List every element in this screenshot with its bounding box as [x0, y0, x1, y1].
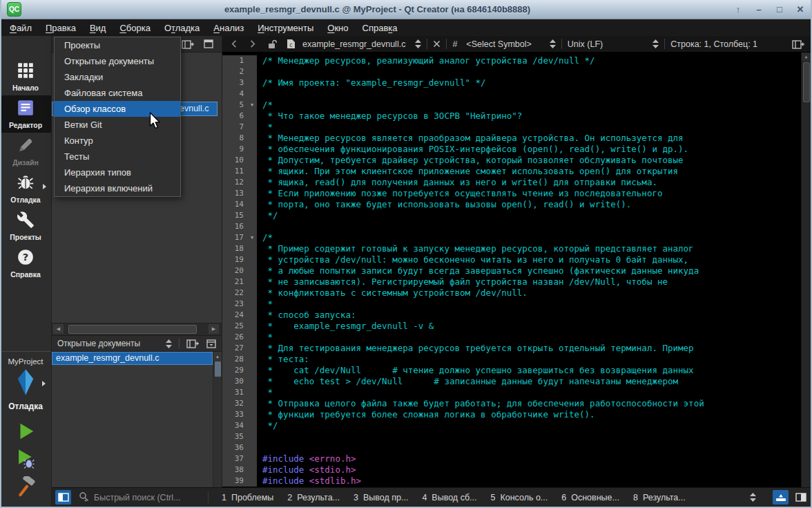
output-pane-problems[interactable]: 1Проблемы	[215, 491, 280, 505]
menu-build[interactable]: Сборка	[113, 21, 157, 35]
menu-view[interactable]: Вид	[83, 21, 113, 35]
menu-item-class-view[interactable]: Обзор классов	[55, 101, 180, 117]
code-text: */	[257, 210, 278, 221]
scroll-left-icon[interactable]: ◀	[53, 324, 64, 334]
menu-debug[interactable]: Отладка	[157, 21, 206, 35]
debug-run-button[interactable]	[14, 448, 37, 470]
menu-item-open-documents[interactable]: Открытые документы	[55, 53, 180, 69]
close-button[interactable]: ✕	[795, 5, 805, 15]
mode-edit[interactable]: Редактор	[0, 95, 51, 133]
split-panel-button[interactable]	[182, 39, 195, 49]
code-line: 32 * Отправка целого файла также будет р…	[222, 398, 801, 409]
fold-marker-icon[interactable]: ▼	[247, 100, 257, 111]
code-text: * ящика, read() для получения данных из …	[257, 177, 657, 188]
code-text: * Отправка целого файла также будет рабо…	[257, 398, 704, 409]
code-line: 25 * example_resmgr_devnull -v &	[222, 321, 801, 332]
close-panel-button[interactable]	[204, 39, 213, 48]
scroll-up-icon[interactable]: ▲	[802, 53, 811, 61]
scroll-up-icon[interactable]: ▲	[213, 352, 222, 361]
code-line: 21 * не записываются). Регистрируемый фа…	[222, 276, 801, 288]
editor-scrollbar[interactable]: ▲	[801, 53, 811, 487]
open-file-selector[interactable]: example_resmgr_devnull.c	[302, 39, 405, 49]
code-line: 13 * Если приложению позже потребуется о…	[222, 188, 801, 199]
code-text: * example_resmgr_devnull -v &	[257, 321, 434, 332]
split-editor-icon[interactable]	[792, 39, 805, 49]
scroll-right-icon[interactable]: ▶	[209, 324, 219, 334]
build-button[interactable]	[14, 476, 37, 498]
menu-help[interactable]: Справка	[356, 21, 405, 35]
fold-marker-icon	[247, 343, 257, 354]
mode-welcome[interactable]: Начало	[0, 58, 51, 95]
menu-item-bookmarks[interactable]: Закладки	[55, 69, 180, 85]
output-pane-dropdown-icon[interactable]	[750, 493, 756, 502]
line-number: 28	[222, 354, 247, 365]
line-number: 32	[222, 398, 247, 409]
output-pane-console[interactable]: 5Консоль о...	[483, 491, 554, 505]
panel-switch-icon[interactable]	[166, 339, 172, 348]
open-document-item[interactable]: example_resmgr_devnull.c	[52, 352, 213, 365]
scrollbar-thumb[interactable]	[803, 62, 810, 102]
fold-marker-icon	[247, 188, 257, 199]
line-ending-selector[interactable]: Unix (LF)	[568, 39, 603, 49]
locator-input[interactable]: Быстрый поиск (Ctrl...	[79, 491, 202, 504]
mode-debug[interactable]: Отладка	[0, 170, 51, 207]
maximize-output-pane-button[interactable]	[773, 490, 789, 505]
code-editor[interactable]: 1/* Менеджер ресурсов, реализующий анало…	[222, 53, 811, 487]
kit-selector[interactable]	[0, 368, 51, 399]
mode-design[interactable]: Дизайн	[0, 133, 51, 170]
menu-file[interactable]: Файл	[3, 21, 39, 35]
run-button[interactable]	[15, 421, 36, 442]
mode-help[interactable]: ?Справка	[0, 245, 51, 282]
output-pane-application-output[interactable]: 3Вывод пр...	[347, 491, 415, 505]
output-pane-test-results[interactable]: 8Результа...	[626, 491, 693, 505]
fold-marker-icon	[247, 431, 257, 442]
window-title: example_resmgr_devnull.c @ MyProject - Q…	[21, 4, 733, 15]
lock-open-icon[interactable]	[267, 39, 278, 49]
toggle-left-sidebar-button[interactable]	[55, 490, 71, 505]
pane-label: Результа...	[297, 493, 340, 502]
split-panel-button[interactable]	[186, 339, 200, 348]
close-panel-button[interactable]	[206, 339, 216, 348]
fold-marker-icon[interactable]: ▼	[247, 232, 257, 243]
scrollbar-thumb[interactable]	[215, 361, 221, 377]
menu-item-type-hierarchy[interactable]: Иерархия типов	[55, 164, 180, 180]
code-line: 16	[222, 221, 801, 232]
tree-horizontal-scrollbar[interactable]: ◀ ▶	[52, 323, 222, 335]
symbol-selector[interactable]: <Select Symbol>	[466, 39, 532, 49]
symbol-dropdown-icon[interactable]	[550, 39, 556, 48]
code-text: /* Менеджер ресурсов, реализующий аналог…	[257, 55, 595, 66]
menu-item-projects[interactable]: Проекты	[55, 37, 180, 53]
menu-item-tests[interactable]: Тесты	[55, 149, 180, 164]
fold-marker-icon	[247, 310, 257, 321]
output-pane-general-messages[interactable]: 6Основные...	[554, 491, 626, 505]
menu-item-file-system[interactable]: Файловая система	[55, 85, 180, 101]
menu-item-git-branches[interactable]: Ветки Git	[55, 117, 180, 133]
code-text	[257, 66, 262, 77]
menu-item-include-hierarchy[interactable]: Иерархия включений	[55, 180, 180, 196]
divider	[208, 491, 209, 503]
maximize-button[interactable]: □	[775, 5, 784, 15]
file-dropdown-icon[interactable]	[415, 39, 421, 48]
menu-window[interactable]: Окно	[320, 21, 355, 35]
back-icon[interactable]	[230, 39, 239, 48]
close-document-icon[interactable]	[433, 40, 441, 48]
output-pane-search-results[interactable]: 2Результа...	[280, 491, 347, 505]
scrollbar-thumb[interactable]	[68, 325, 197, 334]
forward-icon[interactable]	[248, 39, 257, 48]
documents-scrollbar[interactable]: ▲	[213, 352, 222, 487]
menu-tools[interactable]: Инструменты	[251, 21, 320, 35]
pane-number: 4	[422, 493, 427, 502]
code-line: 35	[222, 431, 801, 442]
shade-window-button[interactable]: ↑	[733, 5, 743, 15]
minimize-button[interactable]: –	[754, 5, 764, 15]
menu-item-outline[interactable]: Контур	[55, 133, 180, 149]
menu-edit[interactable]: Правка	[39, 21, 83, 35]
output-pane-compile-output[interactable]: 4Вывод сб...	[415, 491, 483, 505]
fold-marker-icon	[247, 276, 257, 288]
toggle-right-sidebar-button[interactable]	[795, 493, 806, 502]
pane-number: 6	[561, 493, 566, 502]
mode-projects[interactable]: Проекты	[0, 207, 51, 245]
menu-analyze[interactable]: Анализ	[206, 21, 251, 35]
line-number: 25	[222, 321, 247, 332]
line-ending-dropdown-icon[interactable]	[652, 39, 659, 48]
